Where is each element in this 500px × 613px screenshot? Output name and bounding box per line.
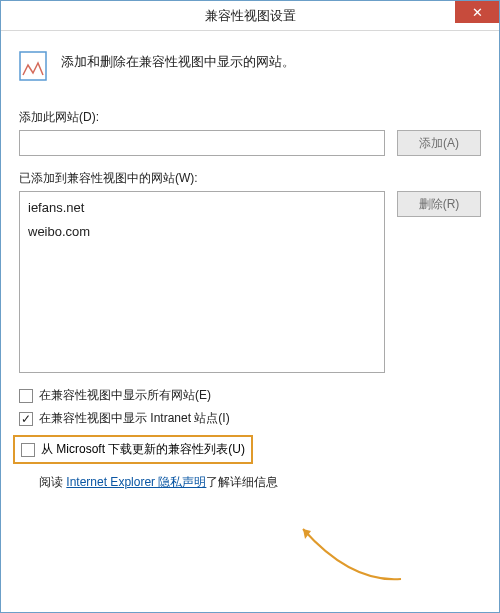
close-icon: ✕ bbox=[472, 5, 483, 20]
remove-button-column: 删除(R) bbox=[397, 191, 481, 373]
add-site-row: 添加(A) bbox=[19, 130, 481, 156]
broken-page-icon bbox=[19, 51, 47, 81]
remove-button[interactable]: 删除(R) bbox=[397, 191, 481, 217]
checkbox-display-intranet[interactable] bbox=[19, 412, 33, 426]
privacy-link[interactable]: Internet Explorer 隐私声明 bbox=[66, 475, 206, 489]
privacy-prefix: 阅读 bbox=[39, 475, 66, 489]
add-button[interactable]: 添加(A) bbox=[397, 130, 481, 156]
checkbox-download-list-label: 从 Microsoft 下载更新的兼容性列表(U) bbox=[41, 441, 245, 458]
dialog-content: 添加和删除在兼容性视图中显示的网站。 添加此网站(D): 添加(A) 已添加到兼… bbox=[1, 31, 499, 503]
add-site-input[interactable] bbox=[19, 130, 385, 156]
svg-marker-1 bbox=[303, 529, 311, 539]
added-sites-label: 已添加到兼容性视图中的网站(W): bbox=[19, 170, 481, 187]
annotation-arrow-icon bbox=[291, 521, 411, 591]
window-title: 兼容性视图设置 bbox=[205, 7, 296, 25]
dialog-window: 兼容性视图设置 ✕ 添加和删除在兼容性视图中显示的网站。 添加此网站(D): 添… bbox=[0, 0, 500, 613]
checkbox-display-all-label: 在兼容性视图中显示所有网站(E) bbox=[39, 387, 211, 404]
list-item[interactable]: weibo.com bbox=[28, 220, 376, 244]
add-site-label: 添加此网站(D): bbox=[19, 109, 481, 126]
privacy-statement-line: 阅读 Internet Explorer 隐私声明了解详细信息 bbox=[39, 474, 481, 491]
description-text: 添加和删除在兼容性视图中显示的网站。 bbox=[61, 51, 295, 71]
added-sites-row: iefans.netweibo.com 删除(R) bbox=[19, 191, 481, 373]
checkbox-display-all[interactable] bbox=[19, 389, 33, 403]
checkbox-display-all-row: 在兼容性视图中显示所有网站(E) bbox=[19, 387, 481, 404]
highlighted-checkbox-row: 从 Microsoft 下载更新的兼容性列表(U) bbox=[13, 435, 253, 464]
description-row: 添加和删除在兼容性视图中显示的网站。 bbox=[19, 51, 481, 81]
svg-rect-0 bbox=[20, 52, 46, 80]
added-sites-listbox[interactable]: iefans.netweibo.com bbox=[19, 191, 385, 373]
list-item[interactable]: iefans.net bbox=[28, 196, 376, 220]
checkbox-display-intranet-row: 在兼容性视图中显示 Intranet 站点(I) bbox=[19, 410, 481, 427]
titlebar: 兼容性视图设置 ✕ bbox=[1, 1, 499, 31]
close-button[interactable]: ✕ bbox=[455, 1, 499, 23]
privacy-suffix: 了解详细信息 bbox=[206, 475, 278, 489]
checkbox-display-intranet-label: 在兼容性视图中显示 Intranet 站点(I) bbox=[39, 410, 230, 427]
checkbox-download-list[interactable] bbox=[21, 443, 35, 457]
